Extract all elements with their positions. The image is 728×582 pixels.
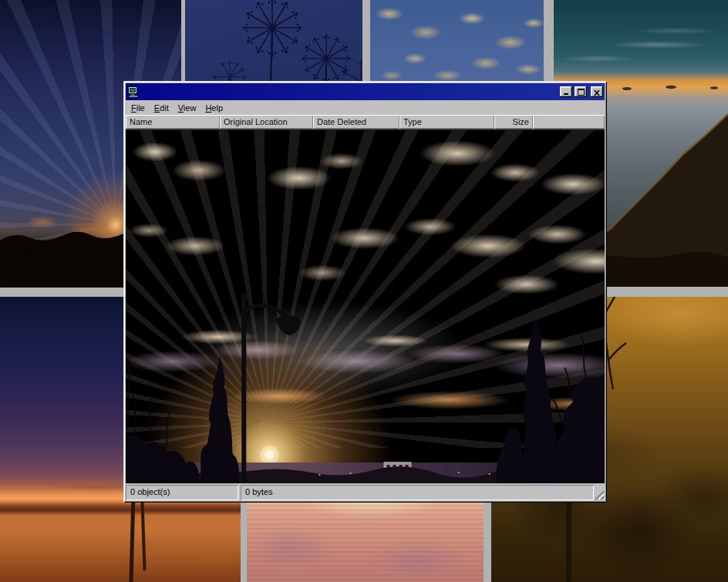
status-object-count: 0 object(s) bbox=[126, 485, 238, 500]
cypress-tree-silhouette bbox=[200, 356, 240, 483]
menu-view[interactable]: View bbox=[174, 102, 201, 114]
file-list-view[interactable] bbox=[126, 130, 605, 483]
window-titlebar[interactable] bbox=[126, 83, 605, 100]
maximize-icon bbox=[578, 89, 585, 96]
column-header-date-deleted[interactable]: Date Deleted bbox=[313, 115, 399, 129]
column-header-name[interactable]: Name bbox=[126, 115, 220, 129]
menu-help[interactable]: Help bbox=[201, 102, 228, 114]
menu-file[interactable]: File bbox=[126, 102, 150, 114]
status-bar: 0 object(s) 0 bytes bbox=[126, 485, 605, 500]
computer-icon bbox=[127, 86, 140, 98]
right-trees-silhouette bbox=[496, 318, 605, 483]
minimize-icon bbox=[564, 93, 568, 95]
column-header-type[interactable]: Type bbox=[399, 115, 494, 129]
column-header-size[interactable]: Size bbox=[494, 115, 533, 129]
menu-bar: File Edit View Help bbox=[126, 100, 605, 115]
close-icon bbox=[594, 90, 600, 96]
column-header-filler bbox=[533, 115, 605, 129]
maximize-button[interactable] bbox=[575, 86, 587, 97]
left-bush-silhouette bbox=[126, 358, 200, 483]
column-header-original-location[interactable]: Original Location bbox=[220, 115, 313, 129]
menu-edit[interactable]: Edit bbox=[150, 102, 174, 114]
recycle-bin-window: File Edit View Help Name Original Locati… bbox=[123, 81, 607, 503]
status-size: 0 bytes bbox=[241, 485, 594, 500]
close-button[interactable] bbox=[591, 86, 603, 97]
column-header-row: Name Original Location Date Deleted Type… bbox=[126, 115, 605, 130]
photo-foreground-silhouettes bbox=[126, 130, 605, 483]
minimize-button[interactable] bbox=[560, 86, 572, 97]
